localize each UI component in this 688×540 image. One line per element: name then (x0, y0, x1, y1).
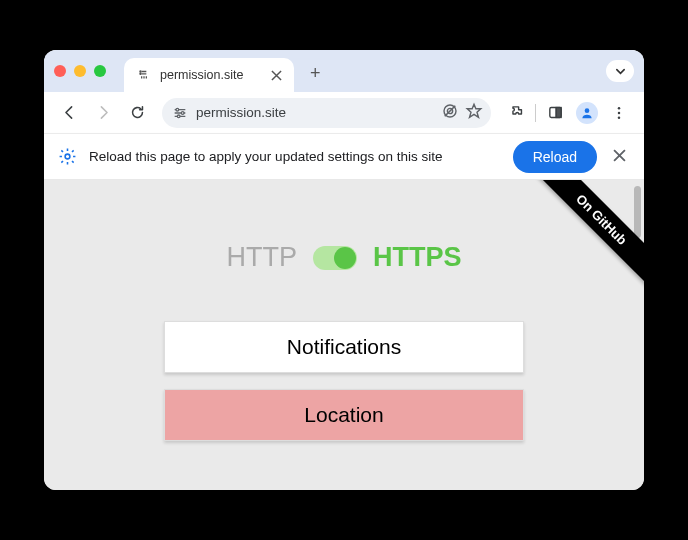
tabs-overflow-button[interactable] (606, 60, 634, 82)
svg-point-12 (618, 116, 621, 119)
close-window-button[interactable] (54, 65, 66, 77)
toolbar: permission.site (44, 92, 644, 134)
tab-title: permission.site (160, 68, 263, 82)
http-label[interactable]: HTTP (226, 242, 297, 273)
github-ribbon[interactable]: On GitHub (519, 180, 644, 302)
settings-gear-icon (58, 147, 77, 166)
reload-button[interactable] (122, 98, 152, 128)
fullscreen-window-button[interactable] (94, 65, 106, 77)
back-button[interactable] (54, 98, 84, 128)
protocol-toggle-row: HTTP HTTPS (44, 242, 644, 273)
tab-close-button[interactable] (271, 67, 282, 84)
protocol-switch[interactable] (313, 246, 357, 270)
minimize-window-button[interactable] (74, 65, 86, 77)
scrollbar-thumb[interactable] (634, 186, 641, 238)
url-text: permission.site (196, 105, 433, 120)
notifications-button[interactable]: Notifications (164, 321, 524, 373)
tab-favicon-icon (136, 67, 152, 83)
svg-point-13 (65, 154, 70, 159)
page-content: On GitHub HTTP HTTPS Notifications Locat… (44, 180, 644, 490)
browser-tab[interactable]: permission.site (124, 58, 294, 92)
address-bar[interactable]: permission.site (162, 98, 491, 128)
location-button[interactable]: Location (164, 389, 524, 441)
svg-point-9 (585, 108, 590, 113)
svg-point-10 (618, 107, 621, 110)
reload-settings-button[interactable]: Reload (513, 141, 597, 173)
bookmark-star-icon[interactable] (465, 102, 483, 123)
forward-button[interactable] (88, 98, 118, 128)
svg-point-4 (177, 115, 180, 118)
https-label[interactable]: HTTPS (373, 242, 462, 273)
titlebar: permission.site + (44, 50, 644, 92)
window-controls (54, 65, 106, 77)
browser-window: permission.site + permission.site (44, 50, 644, 490)
toolbar-divider (535, 104, 536, 122)
svg-point-11 (618, 111, 621, 114)
infobar-message: Reload this page to apply your updated s… (89, 149, 501, 164)
svg-rect-8 (556, 108, 561, 118)
extensions-icon[interactable] (501, 98, 531, 128)
side-panel-icon[interactable] (540, 98, 570, 128)
cookies-blocked-icon[interactable] (441, 102, 459, 123)
svg-point-1 (140, 73, 141, 74)
svg-point-3 (181, 111, 184, 114)
settings-infobar: Reload this page to apply your updated s… (44, 134, 644, 180)
infobar-close-button[interactable] (609, 144, 630, 170)
profile-avatar[interactable] (572, 98, 602, 128)
new-tab-button[interactable]: + (302, 63, 329, 84)
permission-buttons: Notifications Location (164, 321, 524, 441)
svg-point-0 (140, 71, 141, 72)
site-settings-icon[interactable] (172, 105, 188, 121)
menu-kebab-icon[interactable] (604, 98, 634, 128)
svg-point-2 (176, 108, 179, 111)
